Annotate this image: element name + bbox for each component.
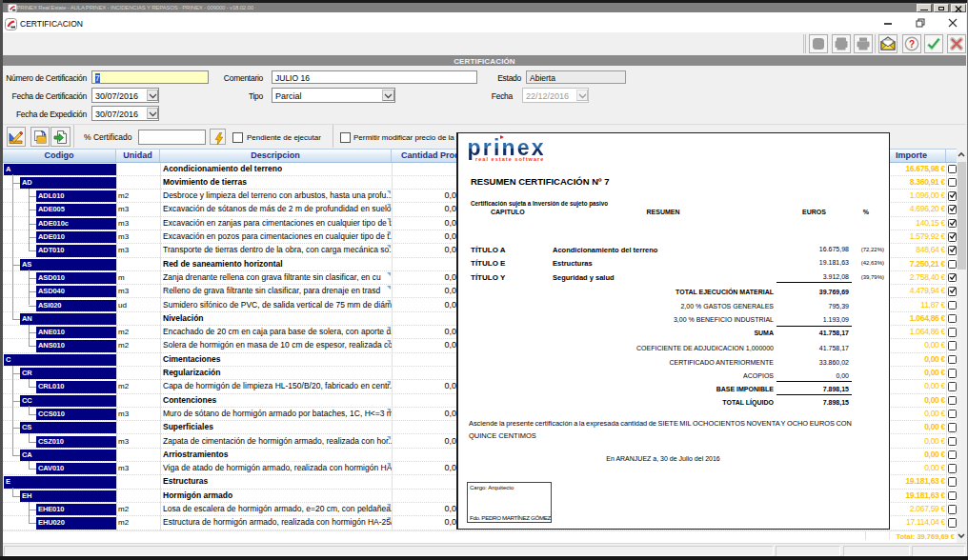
svg-text:?: ? [908,38,914,49]
